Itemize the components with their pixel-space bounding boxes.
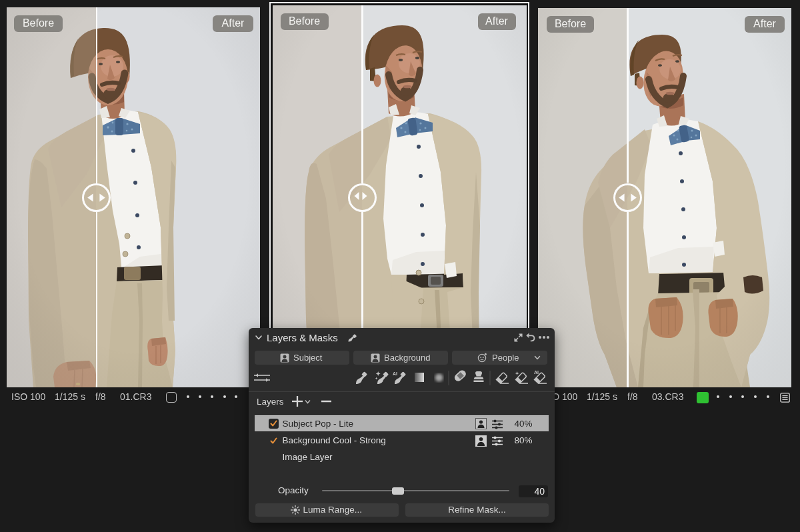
svg-text:AI: AI xyxy=(393,371,397,376)
svg-text:AI: AI xyxy=(534,370,539,375)
